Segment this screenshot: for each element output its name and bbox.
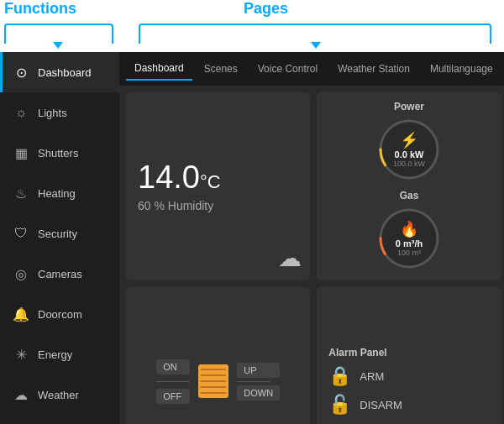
alarm-disarm-row: 🔓 DISARM: [328, 394, 489, 416]
weather-icon: ☁: [13, 387, 29, 403]
alarm-arm-row: 🔒 ARM: [328, 365, 489, 387]
sidebar-label-dashboard: Dashboard: [38, 66, 92, 79]
annotation-area: Functions Pages: [0, 0, 504, 57]
sidebar-item-security[interactable]: 🛡 Security: [0, 213, 119, 254]
security-icon: 🛡: [13, 226, 29, 241]
shutter-line-3: [201, 380, 226, 382]
shutters-card: ON OFF UP: [126, 287, 310, 424]
shutter-line-5: [201, 392, 226, 394]
shutter-line-2: [201, 374, 226, 376]
gas-title: Gas: [400, 190, 419, 202]
humidity-display: 60 % Humidity: [138, 199, 298, 212]
shutter-down-button[interactable]: DOWN: [237, 385, 280, 400]
shutter-line-1: [201, 369, 226, 370]
temp-unit: °C: [200, 171, 221, 192]
sidebar-item-lights[interactable]: ☼ Lights: [0, 92, 119, 133]
pages-arrow: [311, 42, 321, 49]
pages-label: Pages: [244, 0, 288, 18]
shutter-divider2: [237, 381, 270, 382]
sidebar-label-cameras: Cameras: [38, 268, 82, 280]
shutter-on-button[interactable]: ON: [156, 359, 190, 374]
dashboard-icon: ⊙: [13, 65, 29, 81]
shutter-divider: [156, 381, 190, 382]
tab-scenes[interactable]: Scenes: [196, 58, 246, 80]
shutter-image: [198, 364, 228, 398]
sidebar-label-shutters: Shutters: [38, 147, 78, 160]
alarm-disarm-label[interactable]: DISARM: [360, 399, 402, 411]
lights-icon: ☼: [13, 105, 29, 120]
tab-weather-station[interactable]: Weather Station: [329, 58, 418, 80]
shutter-onoff-controls: ON OFF: [156, 359, 190, 404]
sidebar-item-dashboard[interactable]: ⊙ Dashboard: [0, 52, 119, 92]
sidebar-item-weather[interactable]: ☁ Weather: [0, 374, 119, 415]
shutter-up-button[interactable]: UP: [237, 363, 280, 378]
content-area: Dashboard Scenes Voice Control Weather S…: [119, 52, 504, 424]
power-title: Power: [394, 101, 424, 113]
power-subvalue: 100.0 kW: [393, 160, 425, 168]
functions-arrow: [53, 42, 63, 49]
gas-value: 0 m³/h: [396, 238, 423, 249]
heating-icon: ♨: [13, 186, 29, 202]
tab-voice-control[interactable]: Voice Control: [249, 58, 326, 80]
sidebar-label-heating: Heating: [38, 187, 76, 200]
sidebar-label-security: Security: [38, 228, 77, 240]
shutter-icon-area: [198, 364, 228, 398]
power-gauge-wrapper: ⚡ 0.0 kW 100.0 kW: [375, 116, 443, 183]
temperature-display: 14.0°C: [138, 160, 298, 196]
power-value: 0.0 kW: [395, 149, 424, 160]
sidebar-item-heating[interactable]: ♨ Heating: [0, 173, 119, 213]
functions-label: Functions: [4, 0, 76, 18]
tab-dashboard[interactable]: Dashboard: [126, 57, 192, 81]
shutter-off-button[interactable]: OFF: [156, 389, 190, 404]
sidebar-item-cameras[interactable]: ◎ Cameras: [0, 254, 119, 294]
pages-bracket: [139, 24, 491, 44]
sidebar-item-doorcom[interactable]: 🔔 Doorcom: [0, 294, 119, 334]
power-lightning-icon: ⚡: [400, 131, 418, 149]
gas-subvalue: 100 m³: [397, 249, 421, 257]
shutter-line-4: [201, 386, 226, 388]
gas-section: Gas 🔥 0 m³/h 100 m³: [375, 190, 443, 272]
power-gas-card: Power ⚡ 0.0 kW 100.0 kW Ga: [317, 92, 501, 280]
shutter-lines: [198, 364, 228, 398]
cameras-icon: ◎: [13, 266, 29, 282]
gas-gauge-center: 🔥 0 m³/h 100 m³: [396, 220, 423, 257]
shutters-icon: ▦: [13, 145, 29, 161]
gas-gauge-wrapper: 🔥 0 m³/h 100 m³: [375, 205, 443, 272]
shutter-updown-controls: UP DOWN: [237, 363, 280, 400]
sidebar: ⊙ Dashboard ☼ Lights ▦ Shutters ♨ Heatin…: [0, 52, 119, 424]
sidebar-label-weather: Weather: [38, 389, 79, 401]
energy-icon: ✳: [13, 347, 29, 363]
temperature-value: 14.0: [138, 160, 200, 195]
tab-multilanguage[interactable]: Multilanguage: [422, 58, 501, 80]
alarm-arm-label[interactable]: ARM: [360, 370, 384, 383]
power-gauge-center: ⚡ 0.0 kW 100.0 kW: [393, 131, 425, 168]
gas-flame-icon: 🔥: [400, 220, 418, 238]
sidebar-label-doorcom: Doorcom: [38, 308, 82, 321]
main-container: ⊙ Dashboard ☼ Lights ▦ Shutters ♨ Heatin…: [0, 52, 504, 424]
cloud-icon: ☁: [278, 244, 302, 272]
alarm-disarmed-icon: 🔓: [328, 394, 351, 416]
alarm-armed-icon: 🔒: [328, 365, 351, 387]
alarm-card: Alarm Panel 🔒 ARM 🔓 DISARM: [317, 287, 501, 424]
doorcom-icon: 🔔: [13, 306, 29, 322]
sidebar-label-lights: Lights: [38, 107, 67, 119]
weather-card: 14.0°C 60 % Humidity ☁: [126, 92, 310, 280]
sidebar-label-energy: Energy: [38, 348, 72, 361]
tabs-bar: Dashboard Scenes Voice Control Weather S…: [119, 52, 504, 86]
power-section: Power ⚡ 0.0 kW 100.0 kW: [375, 101, 443, 183]
alarm-title: Alarm Panel: [328, 347, 489, 359]
sidebar-item-shutters[interactable]: ▦ Shutters: [0, 133, 119, 173]
functions-bracket: [4, 24, 113, 44]
sidebar-item-energy[interactable]: ✳ Energy: [0, 334, 119, 374]
dashboard-grid: 14.0°C 60 % Humidity ☁ Power ⚡: [119, 86, 504, 424]
